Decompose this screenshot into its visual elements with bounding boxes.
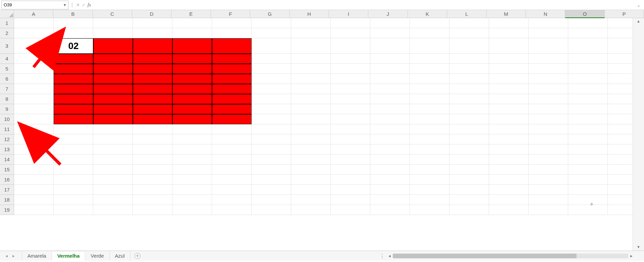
cell-A5[interactable]: [14, 64, 54, 74]
cell-O1[interactable]: [568, 18, 608, 28]
cell-F19[interactable]: [212, 205, 252, 215]
cell-A1[interactable]: [14, 18, 54, 28]
select-all-corner[interactable]: [0, 10, 14, 18]
cell-F17[interactable]: [212, 185, 252, 195]
cell-F7[interactable]: [212, 84, 252, 94]
cell-B16[interactable]: [54, 175, 93, 185]
horizontal-scrollbar[interactable]: ⋮ ◄ ►: [380, 253, 635, 259]
cell-G13[interactable]: [252, 144, 291, 155]
cell-K18[interactable]: [410, 195, 449, 205]
cell-I14[interactable]: [331, 155, 370, 165]
cell-E1[interactable]: [172, 18, 212, 28]
cell-M1[interactable]: [489, 18, 529, 28]
cell-O19[interactable]: [568, 205, 608, 215]
cell-M12[interactable]: [489, 134, 529, 144]
cell-E2[interactable]: [172, 28, 212, 38]
cell-H8[interactable]: [291, 94, 331, 104]
cell-E11[interactable]: [172, 124, 212, 134]
cell-J17[interactable]: [370, 185, 410, 195]
cell-A4[interactable]: [14, 54, 54, 64]
cell-C14[interactable]: [93, 155, 133, 165]
cell-D19[interactable]: [133, 205, 172, 215]
cell-D1[interactable]: [133, 18, 172, 28]
cell-C17[interactable]: [93, 185, 133, 195]
cell-G4[interactable]: [252, 54, 291, 64]
cell-M3[interactable]: [489, 38, 529, 54]
cell-J11[interactable]: [370, 124, 410, 134]
cell-I15[interactable]: [331, 165, 370, 175]
row-header-3[interactable]: 3: [0, 38, 14, 54]
cell-O18[interactable]: [568, 195, 608, 205]
cell-I11[interactable]: [331, 124, 370, 134]
cell-O15[interactable]: [568, 165, 608, 175]
cell-G10[interactable]: [252, 114, 291, 124]
cell-F4[interactable]: [212, 54, 252, 64]
cell-H2[interactable]: [291, 28, 331, 38]
confirm-icon[interactable]: ✓: [82, 2, 86, 7]
cell-H18[interactable]: [291, 195, 331, 205]
cell-C2[interactable]: [93, 28, 133, 38]
column-header-F[interactable]: F: [211, 10, 250, 18]
cell-B3[interactable]: 02: [54, 38, 93, 54]
cell-N4[interactable]: [529, 54, 568, 64]
cell-C18[interactable]: [93, 195, 133, 205]
cell-A18[interactable]: [14, 195, 54, 205]
cell-E16[interactable]: [172, 175, 212, 185]
cell-N10[interactable]: [529, 114, 568, 124]
cell-C16[interactable]: [93, 175, 133, 185]
cell-N14[interactable]: [529, 155, 568, 165]
cell-J15[interactable]: [370, 165, 410, 175]
column-header-M[interactable]: M: [487, 10, 526, 18]
cell-G15[interactable]: [252, 165, 291, 175]
cell-O8[interactable]: [568, 94, 608, 104]
cell-N12[interactable]: [529, 134, 568, 144]
cell-H15[interactable]: [291, 165, 331, 175]
cell-E14[interactable]: [172, 155, 212, 165]
cell-B15[interactable]: [54, 165, 93, 175]
cell-D11[interactable]: [133, 124, 172, 134]
cell-H12[interactable]: [291, 134, 331, 144]
cell-J13[interactable]: [370, 144, 410, 155]
cell-B1[interactable]: [54, 18, 93, 28]
cell-C8[interactable]: [93, 94, 133, 104]
cell-O2[interactable]: [568, 28, 608, 38]
cell-E9[interactable]: [172, 104, 212, 114]
cell-G2[interactable]: [252, 28, 291, 38]
cell-A15[interactable]: [14, 165, 54, 175]
cell-J1[interactable]: [370, 18, 410, 28]
cell-J7[interactable]: [370, 84, 410, 94]
cell-L4[interactable]: [449, 54, 489, 64]
cell-B12[interactable]: [54, 134, 93, 144]
cell-K13[interactable]: [410, 144, 449, 155]
cell-M7[interactable]: [489, 84, 529, 94]
cell-L15[interactable]: [449, 165, 489, 175]
cell-M2[interactable]: [489, 28, 529, 38]
add-sheet-button[interactable]: +: [130, 253, 145, 259]
cell-I4[interactable]: [331, 54, 370, 64]
cell-K11[interactable]: [410, 124, 449, 134]
cell-F5[interactable]: [212, 64, 252, 74]
cell-D9[interactable]: [133, 104, 172, 114]
cell-M17[interactable]: [489, 185, 529, 195]
cell-D17[interactable]: [133, 185, 172, 195]
cell-B9[interactable]: [54, 104, 93, 114]
cell-C5[interactable]: [93, 64, 133, 74]
cell-I5[interactable]: [331, 64, 370, 74]
cell-K12[interactable]: [410, 134, 449, 144]
cell-G14[interactable]: [252, 155, 291, 165]
cell-J3[interactable]: [370, 38, 410, 54]
cell-J2[interactable]: [370, 28, 410, 38]
cell-O10[interactable]: [568, 114, 608, 124]
cell-C9[interactable]: [93, 104, 133, 114]
cell-N8[interactable]: [529, 94, 568, 104]
cell-A7[interactable]: [14, 84, 54, 94]
fx-icon[interactable]: fx: [88, 2, 91, 8]
cell-O4[interactable]: [568, 54, 608, 64]
row-header-10[interactable]: 10: [0, 114, 14, 124]
cell-F9[interactable]: [212, 104, 252, 114]
cell-I12[interactable]: [331, 134, 370, 144]
cell-A10[interactable]: [14, 114, 54, 124]
cell-J5[interactable]: [370, 64, 410, 74]
cell-L5[interactable]: [449, 64, 489, 74]
name-box-dropdown-icon[interactable]: ▾: [64, 2, 66, 7]
